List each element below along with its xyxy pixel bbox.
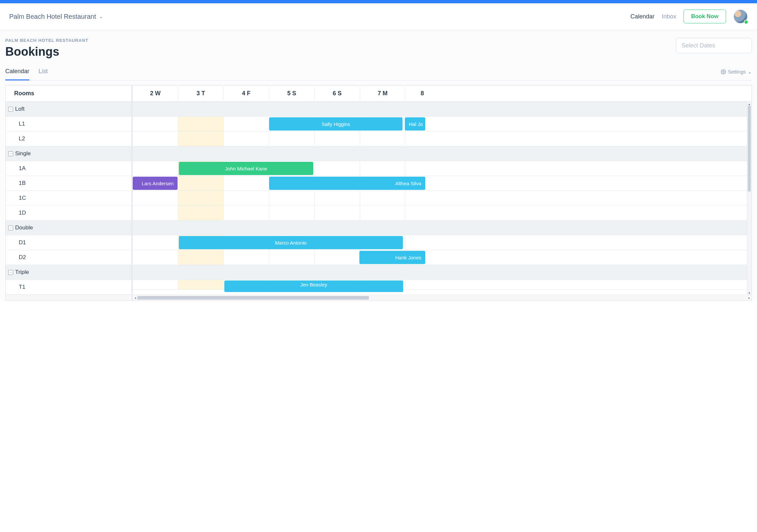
grid-cell[interactable]: [133, 117, 178, 131]
grid-cell[interactable]: [178, 206, 224, 220]
grid-cell[interactable]: [224, 191, 269, 205]
booking-bar[interactable]: Sally Higgins: [269, 117, 403, 131]
nav-calendar[interactable]: Calendar: [630, 13, 654, 20]
day-header[interactable]: 3 T: [178, 85, 224, 102]
grid-cell[interactable]: [133, 250, 178, 265]
booking-bar[interactable]: Althea Silva: [269, 177, 425, 190]
grid-cell[interactable]: [269, 132, 315, 146]
room-row[interactable]: L2: [6, 132, 132, 146]
settings-link[interactable]: Settings ⌄: [721, 69, 752, 79]
collapse-icon[interactable]: −: [8, 151, 13, 156]
vertical-scrollbar[interactable]: ▴ ▾: [747, 102, 751, 295]
scrollbar-thumb[interactable]: [748, 106, 751, 192]
scrollbar-track[interactable]: [137, 295, 747, 300]
room-row[interactable]: 1D: [6, 206, 132, 221]
room-row[interactable]: L1: [6, 117, 132, 132]
venue-switcher[interactable]: Palm Beach Hotel Restaurant ⌄: [9, 13, 103, 20]
grid-cell[interactable]: [315, 161, 360, 176]
room-group-double[interactable]: − Double: [6, 221, 132, 235]
grid-room-row[interactable]: [133, 191, 751, 206]
booking-bar[interactable]: Marco Antonio: [179, 236, 403, 249]
grid-cell[interactable]: [406, 161, 425, 176]
day-header[interactable]: 6 S: [315, 85, 360, 102]
room-group-single[interactable]: − Single: [6, 146, 132, 161]
collapse-icon[interactable]: −: [8, 270, 13, 275]
room-row[interactable]: 1B: [6, 176, 132, 191]
grid-cell[interactable]: [133, 132, 178, 146]
grid-cell[interactable]: [269, 191, 315, 205]
grid-cell[interactable]: [406, 280, 425, 289]
scrollbar-thumb[interactable]: [137, 296, 369, 299]
tab-calendar[interactable]: Calendar: [5, 68, 29, 80]
day-header[interactable]: 4 F: [224, 85, 269, 102]
grid-cell[interactable]: [406, 132, 425, 146]
grid-room-row[interactable]: John Michael Kane: [133, 161, 751, 176]
collapse-icon[interactable]: −: [8, 107, 13, 112]
grid-room-row[interactable]: Marco Antonio: [133, 235, 751, 250]
grid-cell[interactable]: [406, 191, 425, 205]
grid-cell[interactable]: [360, 132, 406, 146]
grid-cell[interactable]: [269, 206, 315, 220]
grid-room-row[interactable]: [133, 206, 751, 221]
grid-cell[interactable]: [224, 206, 269, 220]
grid-cell[interactable]: [178, 132, 224, 146]
book-now-button[interactable]: Book Now: [683, 10, 726, 23]
day-header[interactable]: 7 M: [360, 85, 406, 102]
tabs-row: Calendar List Settings ⌄: [5, 68, 752, 80]
booking-bar[interactable]: Hal Jo: [405, 117, 425, 131]
grid-room-row[interactable]: Sally Higgins Hal Jo: [133, 117, 751, 132]
grid-cell[interactable]: [406, 235, 425, 250]
grid-cell[interactable]: [360, 206, 406, 220]
grid-cell[interactable]: [133, 235, 178, 250]
tab-list[interactable]: List: [39, 68, 48, 80]
scroll-left-arrow-icon[interactable]: ◂: [133, 295, 137, 300]
grid-cell[interactable]: [224, 117, 269, 131]
day-header[interactable]: 2 W: [133, 85, 178, 102]
grid-cell[interactable]: [178, 176, 224, 191]
horizontal-scrollbar[interactable]: ◂ ▸: [133, 295, 751, 300]
booking-bar[interactable]: Lars Andersen: [133, 177, 178, 190]
room-row[interactable]: 1A: [6, 161, 132, 176]
grid-cell[interactable]: [133, 280, 178, 289]
grid-room-row[interactable]: Lars Andersen Althea Silva: [133, 176, 751, 191]
day-header[interactable]: 5 S: [269, 85, 315, 102]
room-row[interactable]: D2: [6, 250, 132, 265]
grid-cell[interactable]: [269, 250, 315, 265]
grid-cell[interactable]: [178, 280, 224, 289]
grid-cell[interactable]: [178, 250, 224, 265]
room-row[interactable]: T1: [6, 280, 132, 295]
grid-cell[interactable]: [178, 117, 224, 131]
nav-inbox[interactable]: Inbox: [662, 13, 676, 20]
grid-cell[interactable]: [224, 176, 269, 191]
scroll-up-arrow-icon[interactable]: ▴: [747, 102, 751, 106]
grid-cell[interactable]: [133, 191, 178, 205]
grid-room-row[interactable]: Hank Jones: [133, 250, 751, 265]
room-row[interactable]: D1: [6, 235, 132, 250]
scroll-down-arrow-icon[interactable]: ▾: [747, 291, 751, 295]
grid-cell[interactable]: [406, 206, 425, 220]
grid-cell[interactable]: [133, 161, 178, 176]
grid-cell[interactable]: [360, 161, 406, 176]
room-row[interactable]: 1C: [6, 191, 132, 206]
booking-bar[interactable]: Hank Jones: [359, 251, 425, 264]
room-group-triple[interactable]: − Triple: [6, 265, 132, 280]
room-group-loft[interactable]: − Loft: [6, 102, 132, 117]
grid-cell[interactable]: [224, 132, 269, 146]
day-header-partial[interactable]: 8: [406, 85, 425, 102]
grid-cell[interactable]: [133, 206, 178, 220]
grid-cell[interactable]: [315, 132, 360, 146]
grid-room-row[interactable]: Jen Beasley: [133, 280, 751, 290]
grid-cell[interactable]: [178, 191, 224, 205]
date-range-input[interactable]: [676, 38, 752, 53]
booking-bar[interactable]: John Michael Kane: [179, 162, 313, 175]
scroll-right-arrow-icon[interactable]: ▸: [747, 295, 751, 300]
booking-bar[interactable]: Jen Beasley: [224, 280, 403, 292]
grid-cell[interactable]: [360, 191, 406, 205]
grid-cell[interactable]: [315, 250, 360, 265]
user-avatar[interactable]: [733, 9, 748, 24]
grid-cell[interactable]: [224, 250, 269, 265]
collapse-icon[interactable]: −: [8, 226, 13, 231]
grid-cell[interactable]: [315, 206, 360, 220]
grid-cell[interactable]: [315, 191, 360, 205]
grid-room-row[interactable]: [133, 132, 751, 146]
